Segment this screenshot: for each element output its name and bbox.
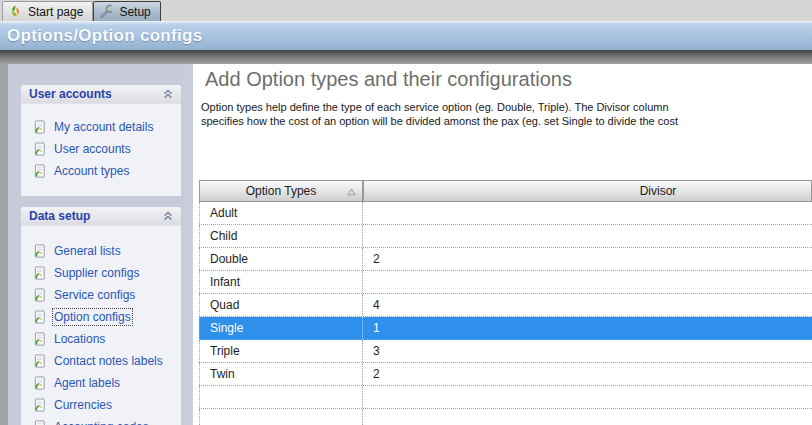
sidebar-item-contact-notes-labels[interactable]: Contact notes labels [21,350,181,372]
table-row-empty[interactable] [199,386,812,409]
section-title: Add Option types and their configuration… [205,68,572,91]
document-icon [33,266,47,281]
sidebar-item-service-configs[interactable]: Service configs [21,284,181,306]
document-icon [33,310,47,325]
table-row[interactable]: Child [199,225,812,248]
column-label: Option Types [246,184,317,198]
start-page-icon [8,4,23,19]
table-row-empty[interactable] [199,409,812,425]
divisor-cell: 2 [363,248,812,270]
sort-ascending-icon [347,188,356,196]
document-icon [33,354,47,369]
wrench-icon [99,4,114,19]
sidebar-group-header-user-accounts[interactable]: User accounts [21,85,181,104]
option-type-cell: Triple [199,340,363,362]
document-icon [33,332,47,347]
document-icon [33,120,47,135]
table-row[interactable]: Infant [199,271,812,294]
table-row[interactable]: Adult [199,202,812,225]
table-row-selected[interactable]: Single 1 [199,317,812,340]
tab-setup[interactable]: Setup [93,1,160,21]
column-header-divisor[interactable]: Divisor [363,180,812,202]
option-type-cell: Infant [199,271,363,293]
table-row[interactable]: Twin 2 [199,363,812,386]
sidebar-item-label: Agent labels [54,376,120,390]
table-row[interactable]: Double 2 [199,248,812,271]
sidebar-item-option-configs[interactable]: Option configs [21,306,181,328]
sidebar-item-supplier-configs[interactable]: Supplier configs [21,262,181,284]
divisor-cell: 2 [363,363,812,385]
sidebar-item-label: Account types [54,164,129,178]
sidebar-group-header-data-setup[interactable]: Data setup [21,207,181,226]
divisor-cell: 1 [363,317,812,339]
app-window: Start page Setup Options/Option configs … [0,0,812,425]
sidebar-item-label: Supplier configs [54,266,139,280]
sidebar-item-label: User accounts [54,142,131,156]
column-header-option-types[interactable]: Option Types [199,180,363,202]
main-panel: Add Option types and their configuration… [191,64,812,425]
sidebar-item-label: My account details [54,120,153,134]
sidebar-item-label: Service configs [54,288,135,302]
document-icon [33,164,47,179]
option-type-cell [199,409,363,425]
sidebar-item-general-lists[interactable]: General lists [21,240,181,262]
sidebar-item-label: Accounting codes [54,420,149,425]
sidebar-item-locations[interactable]: Locations [21,328,181,350]
option-type-cell [199,386,363,408]
sidebar-group-user-accounts: User accounts [21,85,181,196]
sidebar-item-label: Contact notes labels [54,354,163,368]
divisor-cell [363,386,812,408]
header-shadow-strip [0,50,812,64]
page-header: Options/Option configs [0,21,812,50]
sidebar-item-agent-labels[interactable]: Agent labels [21,372,181,394]
divisor-cell [363,225,812,247]
sidebar-item-user-accounts[interactable]: User accounts [21,138,181,160]
column-label: Divisor [640,184,677,198]
divisor-cell [363,409,812,425]
option-type-cell: Child [199,225,363,247]
content-area: User accounts [0,64,812,425]
sidebar-item-label: General lists [54,244,121,258]
option-types-table: Option Types Divisor Adult [199,180,812,425]
option-type-cell: Twin [199,363,363,385]
sidebar-item-label: Option configs [54,310,131,324]
tab-label: Start page [28,5,83,19]
tab-bar: Start page Setup [0,0,812,21]
table-row[interactable]: Triple 3 [199,340,812,363]
option-type-cell: Adult [199,202,363,224]
sidebar-group-data-setup: Data setup [21,207,181,425]
divisor-cell [363,271,812,293]
divisor-cell [363,202,812,224]
chevron-double-up-icon[interactable] [163,89,173,99]
document-icon [33,142,47,157]
page-title: Options/Option configs [0,26,202,46]
table-row[interactable]: Quad 4 [199,294,812,317]
sidebar-item-account-types[interactable]: Account types [21,160,181,182]
description-line-2: specifies how the cost of an option will… [201,114,678,128]
document-icon [33,376,47,391]
divisor-cell: 3 [363,340,812,362]
divisor-cell: 4 [363,294,812,316]
document-icon [33,288,47,303]
sidebar-item-currencies[interactable]: Currencies [21,394,181,416]
option-type-cell: Single [199,317,363,339]
document-icon [33,420,47,425]
sidebar: User accounts [8,64,191,425]
tab-label: Setup [119,5,150,19]
table-header-row: Option Types Divisor [199,180,812,202]
group-title: User accounts [29,87,163,101]
sidebar-item-accounting-codes[interactable]: Accounting codes [21,416,181,425]
sidebar-item-my-account-details[interactable]: My account details [21,116,181,138]
group-title: Data setup [29,209,163,223]
document-icon [33,398,47,413]
option-type-cell: Quad [199,294,363,316]
chevron-double-up-icon[interactable] [163,211,173,221]
sidebar-item-label: Locations [54,332,105,346]
tab-start-page[interactable]: Start page [2,1,93,21]
description-line-1: Option types help define the type of eac… [201,100,678,114]
section-description: Option types help define the type of eac… [201,100,678,128]
sidebar-item-label: Currencies [54,398,112,412]
document-icon [33,244,47,259]
option-type-cell: Double [199,248,363,270]
